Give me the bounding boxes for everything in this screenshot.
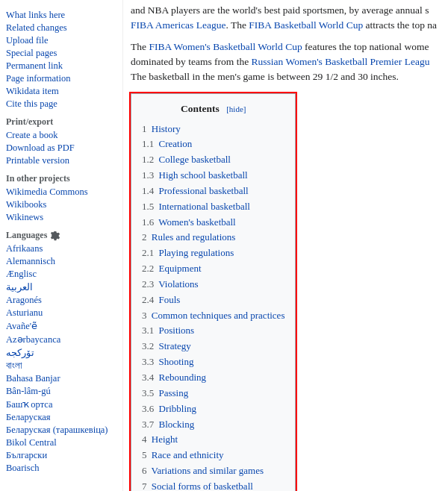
toc-link-rebounding[interactable]: Rebounding — [159, 372, 207, 383]
sidebar-other-heading: In other projects — [6, 173, 122, 184]
toc-item-2: 2 Rules and regulations — [142, 230, 284, 246]
toc-link-professional[interactable]: Professional basketball — [159, 185, 249, 196]
sidebar-item-what-links[interactable]: What links here — [6, 9, 122, 22]
sidebar: What links here Related changes Upload f… — [0, 0, 123, 491]
toc-item-4: 4 Height — [142, 432, 284, 448]
lang-item-belarusian-tarash[interactable]: Беларуская (тарашкевіца) — [6, 424, 122, 437]
lang-item-asturianu[interactable]: Asturianu — [6, 307, 122, 319]
toc-link-height[interactable]: Height — [152, 434, 178, 445]
toc-item-3-7: 3.7 Blocking — [142, 417, 284, 433]
lang-item-aragones[interactable]: Aragonés — [6, 294, 122, 307]
languages-label: Languages — [6, 230, 47, 241]
toc-item-3: 3 Common techniques and practices — [142, 308, 284, 324]
sidebar-item-wikimedia[interactable]: Wikimedia Commons — [6, 186, 122, 198]
sidebar-item-create-book[interactable]: Create a book — [6, 129, 122, 142]
toc-item-1-6: 1.6 Women's basketball — [142, 215, 284, 231]
sidebar-item-wikinews[interactable]: Wikinews — [6, 211, 122, 224]
toc-item-6: 6 Variations and similar games — [142, 463, 284, 479]
toc-item-3-1: 3.1 Positions — [142, 323, 284, 339]
toc-item-2-1: 2.1 Playing regulations — [142, 246, 284, 261]
toc-link-passing[interactable]: Passing — [159, 387, 189, 398]
toc-link-rules[interactable]: Rules and regulations — [152, 231, 236, 243]
toc-item-2-3: 2.3 Violations — [142, 277, 284, 293]
lang-item-bangla[interactable]: বাংলা — [6, 360, 122, 372]
lang-item-arabic[interactable]: العربية — [6, 281, 122, 294]
lang-item-ban-lam[interactable]: Bân-lâm-gú — [6, 385, 122, 398]
sidebar-languages-heading: Languages — [6, 230, 122, 241]
toc-item-1-3: 1.3 High school basketball — [142, 168, 284, 184]
lang-item-avane[interactable]: Avañe'ẽ — [6, 319, 122, 333]
toc-link-playing-regs[interactable]: Playing regulations — [159, 247, 234, 258]
sidebar-item-special-pages[interactable]: Special pages — [6, 47, 122, 60]
sidebar-print-heading: Print/export — [6, 116, 122, 128]
toc-item-5: 5 Race and ethnicity — [142, 448, 284, 463]
toc-link-strategy[interactable]: Strategy — [159, 340, 191, 351]
sidebar-item-page-info[interactable]: Page information — [6, 72, 122, 85]
toc-item-3-3: 3.3 Shooting — [142, 354, 284, 370]
lang-item-afrikaans[interactable]: Afrikaans — [6, 243, 122, 255]
toc-link-international[interactable]: International basketball — [159, 201, 250, 212]
toc-list: 1 History 1.1 Creation 1.2 College baske… — [142, 122, 284, 492]
lang-item-aenglisc[interactable]: Ænglisc — [6, 268, 122, 281]
lang-item-belarusian[interactable]: Беларуская — [6, 411, 122, 424]
toc-link-shooting[interactable]: Shooting — [159, 356, 194, 367]
lang-item-azerbaycanca[interactable]: Azərbaycanca — [6, 333, 122, 346]
toc-item-3-4: 3.4 Rebounding — [142, 370, 284, 386]
toc-item-1-2: 1.2 College basketball — [142, 152, 284, 168]
toc-link-social[interactable]: Social forms of basketball — [152, 481, 253, 491]
toc-link-positions[interactable]: Positions — [159, 325, 195, 336]
toc-link-creation[interactable]: Creation — [159, 138, 193, 149]
toc-item-1-1: 1.1 Creation — [142, 137, 284, 152]
gear-icon[interactable] — [50, 231, 60, 241]
lang-item-bikol[interactable]: Bikol Central — [6, 437, 122, 449]
sidebar-item-download-pdf[interactable]: Download as PDF — [6, 142, 122, 154]
intro-paragraph-2: The FIBA Women's Basketball World Cup fe… — [131, 40, 441, 85]
toc-link-race[interactable]: Race and ethnicity — [152, 449, 224, 460]
fiba-women-link[interactable]: FIBA Women's Basketball World Cup — [149, 41, 302, 52]
lang-item-torkceh[interactable]: تۆرکجه — [6, 346, 122, 360]
toc-item-7: 7 Social forms of basketball — [142, 479, 284, 491]
toc-item-3-2: 3.2 Strategy — [142, 339, 284, 354]
toc-hide-link[interactable]: [hide] — [226, 104, 246, 113]
toc-item-1-5: 1.5 International basketball — [142, 199, 284, 215]
sidebar-item-related-changes[interactable]: Related changes — [6, 22, 122, 34]
sidebar-item-wikibooks[interactable]: Wikibooks — [6, 198, 122, 211]
toc-item-3-6: 3.6 Dribbling — [142, 401, 284, 417]
toc-link-techniques[interactable]: Common techniques and practices — [152, 310, 285, 321]
toc-link-variations[interactable]: Variations and similar games — [152, 465, 264, 476]
toc-link-high-school[interactable]: High school basketball — [159, 169, 248, 181]
sidebar-item-wikidata[interactable]: Wikidata item — [6, 85, 122, 98]
toc-link-womens[interactable]: Women's basketball — [158, 216, 235, 228]
toc-item-1: 1 History — [142, 122, 284, 137]
toc-link-history[interactable]: History — [152, 123, 181, 134]
fiba-world-cup-link[interactable]: FIBA Basketball World Cup — [249, 19, 363, 31]
toc-link-dribbling[interactable]: Dribbling — [159, 403, 197, 414]
toc-item-3-5: 3.5 Passing — [142, 386, 284, 401]
sidebar-item-permanent-link[interactable]: Permanent link — [6, 60, 122, 72]
sidebar-item-cite[interactable]: Cite this page — [6, 98, 122, 110]
lang-item-alemannisch[interactable]: Alemannisch — [6, 255, 122, 268]
toc-link-fouls[interactable]: Fouls — [159, 294, 181, 305]
toc-link-college[interactable]: College basketball — [159, 154, 231, 165]
lang-item-banjar[interactable]: Bahasa Banjar — [6, 372, 122, 385]
toc-item-2-2: 2.2 Equipment — [142, 261, 284, 277]
fiba-americas-link[interactable]: FIBA Americas League — [131, 19, 225, 31]
sidebar-item-upload-file[interactable]: Upload file — [6, 34, 122, 47]
toc-title: Contents [hide] — [142, 101, 284, 116]
toc-box: Contents [hide] 1 History 1.1 Creation 1… — [131, 93, 296, 491]
russian-womens-link[interactable]: Russian Women's Basketball Premier Leagu — [252, 56, 430, 67]
lang-item-bulgarian[interactable]: Български — [6, 449, 122, 462]
main-content: and NBA players are the world's best pai… — [123, 0, 448, 491]
intro-paragraph-1: and NBA players are the world's best pai… — [131, 3, 441, 34]
toc-link-violations[interactable]: Violations — [158, 278, 198, 290]
toc-link-blocking[interactable]: Blocking — [159, 419, 195, 430]
lang-item-bashkort[interactable]: Башҡортса — [6, 398, 122, 411]
toc-link-equipment[interactable]: Equipment — [159, 263, 202, 274]
lang-item-boarisch[interactable]: Boarisch — [6, 462, 122, 475]
sidebar-item-printable[interactable]: Printable version — [6, 154, 122, 167]
toc-item-2-4: 2.4 Fouls — [142, 293, 284, 308]
toc-item-1-4: 1.4 Professional basketball — [142, 184, 284, 199]
